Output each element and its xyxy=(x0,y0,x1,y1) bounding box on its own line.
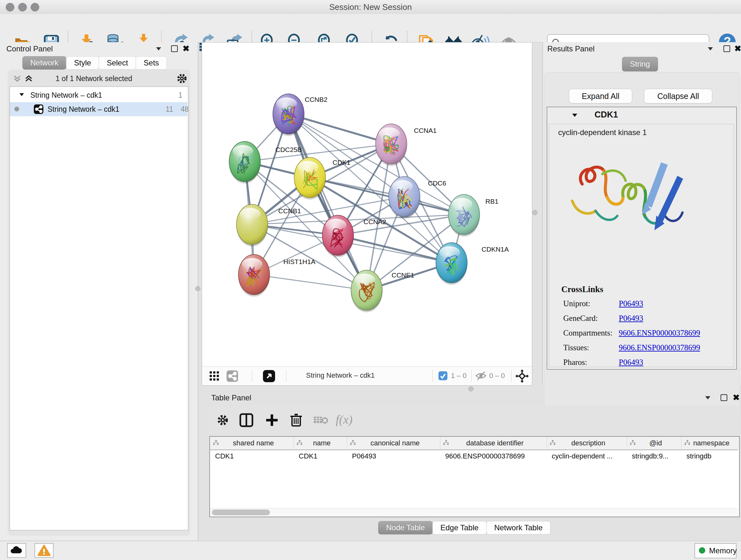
crosslink-row: Compartments:9606.ENSP00000378699 xyxy=(549,328,734,343)
network-node-ccna1[interactable] xyxy=(376,124,407,166)
network-canvas[interactable]: CCNB2CCNA1CDC25BCDK1CDC6RB1CCNB1CCNA2CDK… xyxy=(202,42,532,367)
delete-column-icon[interactable] xyxy=(289,413,303,427)
maximize-panel-icon[interactable] xyxy=(724,45,730,52)
horizontal-scrollbar[interactable] xyxy=(210,508,738,516)
scrollbar-thumb[interactable] xyxy=(212,509,270,515)
column-header-canonical-name[interactable]: canonical name xyxy=(347,437,441,449)
network-list: String Network – cdk1 1 String Network –… xyxy=(10,86,188,530)
tree-expander-icon[interactable] xyxy=(19,93,24,96)
zoom-window-button[interactable] xyxy=(30,3,39,11)
vertical-splitter-handle[interactable] xyxy=(532,210,537,215)
network-node-cdkn1a[interactable] xyxy=(436,243,467,285)
table-panel-title: Table Panel xyxy=(211,393,251,402)
crosslink-link[interactable]: P06493 xyxy=(619,358,643,367)
network-share-view-icon[interactable] xyxy=(226,370,239,382)
table-cell[interactable]: cyclin-dependent ... xyxy=(552,452,625,465)
window-title: Session: New Session xyxy=(0,0,741,14)
table-cell[interactable]: stringdb:9... xyxy=(632,452,680,465)
birds-eye-view-icon[interactable] xyxy=(515,369,529,383)
collapse-all-button[interactable]: Collapse All xyxy=(644,89,712,104)
tab-network[interactable]: Network xyxy=(22,56,66,70)
hidden-eye-icon[interactable] xyxy=(475,371,487,381)
network-node-ccna2[interactable] xyxy=(322,215,354,257)
table-cell[interactable]: 9606.ENSP00000378699 xyxy=(445,452,545,465)
tab-sets[interactable]: Sets xyxy=(136,56,167,70)
column-header-namespace[interactable]: namespace xyxy=(681,437,738,449)
table-options-gear-icon[interactable] xyxy=(216,414,229,427)
crosslink-link[interactable]: P06493 xyxy=(619,299,643,308)
crosslink-link[interactable]: 9606.ENSP00000378699 xyxy=(619,343,700,352)
maximize-panel-icon[interactable] xyxy=(721,394,727,401)
float-panel-icon[interactable] xyxy=(156,47,161,51)
table-cell[interactable]: stringdb xyxy=(686,452,737,465)
minimize-window-button[interactable] xyxy=(18,3,27,11)
tab-network-table[interactable]: Network Table xyxy=(486,521,551,535)
tab-edge-table[interactable]: Edge Table xyxy=(432,521,487,535)
column-header--id[interactable]: @id xyxy=(627,437,682,449)
crosslink-link[interactable]: 9606.ENSP00000378699 xyxy=(619,328,700,337)
tab-style[interactable]: Style xyxy=(66,56,99,70)
tab-select[interactable]: Select xyxy=(98,56,136,70)
vertical-splitter-handle[interactable] xyxy=(195,286,200,291)
table-cell[interactable]: CDK1 xyxy=(215,452,292,465)
node-table[interactable]: shared namenamecanonical namedatabase id… xyxy=(209,436,740,517)
network-node-cdc25b[interactable] xyxy=(229,141,260,184)
close-panel-icon[interactable]: ✖ xyxy=(734,45,741,52)
memory-status-dot-icon xyxy=(699,547,705,554)
close-window-button[interactable] xyxy=(6,3,14,11)
hidden-count-badge: 0 – 0 xyxy=(489,372,505,380)
collapse-section-icon[interactable] xyxy=(572,114,577,117)
network-edge[interactable] xyxy=(254,274,367,290)
network-node-ccnb2[interactable] xyxy=(273,94,304,136)
crosslinks-heading: CrossLinks xyxy=(561,285,603,294)
memory-button[interactable]: Memory xyxy=(694,543,737,558)
node-gloss xyxy=(326,219,347,231)
crosslink-label: Uniprot: xyxy=(563,299,590,308)
delete-table-icon xyxy=(313,415,329,426)
network-node-cdc6[interactable] xyxy=(389,177,420,219)
create-column-icon[interactable] xyxy=(265,413,279,427)
table-panel: Table Panel ✖ f(x) shared namenamecanoni… xyxy=(207,392,741,537)
float-panel-icon[interactable] xyxy=(705,396,711,399)
maximize-panel-icon[interactable] xyxy=(171,45,178,52)
network-node-ccne1[interactable] xyxy=(351,270,382,312)
protein-detail-card: CDK1 cyclin-dependent kinase 1 xyxy=(547,107,737,370)
tab-node-table[interactable]: Node Table xyxy=(378,521,433,535)
network-collection-row[interactable]: String Network – cdk1 1 xyxy=(10,88,187,102)
expand-all-networks-icon[interactable] xyxy=(24,74,33,83)
close-panel-icon[interactable]: ✖ xyxy=(183,45,190,52)
network-node-cdk1[interactable] xyxy=(294,158,326,199)
horizontal-splitter-handle[interactable] xyxy=(468,386,474,391)
column-label: database identifier xyxy=(440,439,547,447)
results-panel: Results Panel ✖ String Expand All Collap… xyxy=(542,42,741,385)
table-cell[interactable]: CDK1 xyxy=(299,452,346,465)
protein-structure-image xyxy=(562,144,696,258)
show-columns-icon[interactable] xyxy=(239,413,253,427)
cloud-status-button[interactable] xyxy=(7,543,26,558)
expand-all-button[interactable]: Expand All xyxy=(569,89,632,104)
node-gloss xyxy=(379,127,400,139)
grid-view-icon[interactable] xyxy=(210,371,219,381)
network-options-gear-icon[interactable] xyxy=(176,73,188,84)
control-panel-tabs: NetworkStyleSelectSets xyxy=(22,56,166,70)
column-label: description xyxy=(547,439,627,447)
column-header-shared-name[interactable]: shared name xyxy=(210,437,294,449)
selected-checkbox-icon[interactable] xyxy=(438,371,448,381)
network-node-ccnb1[interactable] xyxy=(237,204,268,246)
table-cell[interactable]: P06493 xyxy=(352,452,439,465)
column-header-database-identifier[interactable]: database identifier xyxy=(440,437,547,449)
collapse-all-networks-icon[interactable] xyxy=(13,74,22,83)
column-header-description[interactable]: description xyxy=(547,437,627,449)
network-label: String Network – cdk1 xyxy=(48,105,119,114)
network-node-hist1h1a[interactable] xyxy=(239,254,270,297)
network-row-selected[interactable]: String Network – cdk1 11 48 xyxy=(10,102,187,116)
crosslink-link[interactable]: P06493 xyxy=(619,314,643,323)
network-node-rb1[interactable] xyxy=(448,194,480,237)
tab-string[interactable]: String xyxy=(622,57,658,71)
close-panel-icon[interactable]: ✖ xyxy=(733,394,740,401)
open-in-window-icon[interactable] xyxy=(263,370,275,382)
warnings-button[interactable] xyxy=(35,543,54,558)
column-header-name[interactable]: name xyxy=(293,437,347,449)
network-graph[interactable]: CCNB2CCNA1CDC25BCDK1CDC6RB1CCNB1CCNA2CDK… xyxy=(202,43,532,366)
float-panel-icon[interactable] xyxy=(708,47,713,51)
